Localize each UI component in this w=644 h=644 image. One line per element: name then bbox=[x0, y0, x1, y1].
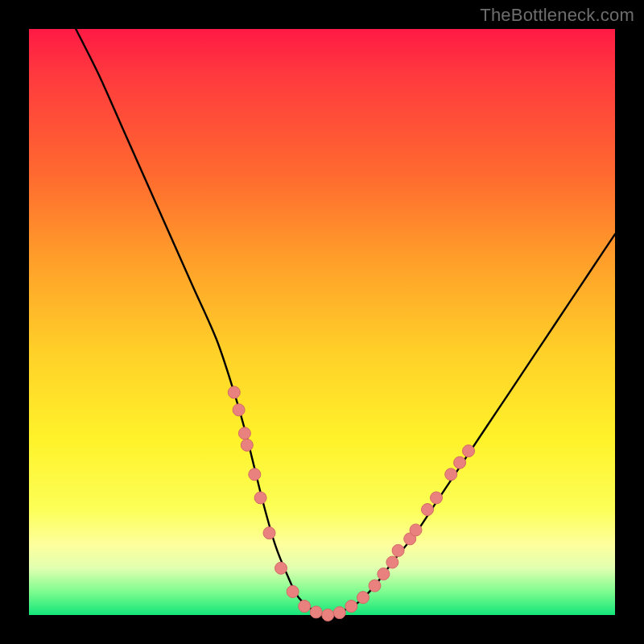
marker-dot bbox=[254, 492, 266, 504]
chart-svg bbox=[29, 29, 615, 615]
marker-dot bbox=[238, 427, 250, 440]
marker-dot bbox=[369, 580, 381, 592]
marker-dot bbox=[249, 469, 261, 481]
watermark-text: TheBottleneck.com bbox=[480, 5, 634, 26]
plot-area bbox=[29, 29, 615, 615]
marker-dot bbox=[454, 456, 466, 469]
marker-dot bbox=[386, 556, 398, 568]
bottleneck-curve bbox=[76, 29, 615, 615]
marker-dot bbox=[431, 492, 443, 504]
marker-dot bbox=[357, 592, 369, 604]
marker-dot bbox=[241, 439, 253, 451]
marker-dot bbox=[410, 524, 422, 536]
marker-dot bbox=[345, 601, 357, 613]
marker-dot bbox=[233, 404, 245, 416]
marker-dot bbox=[422, 504, 434, 516]
chart-frame: TheBottleneck.com bbox=[0, 0, 644, 644]
curve-markers bbox=[228, 386, 474, 621]
marker-dot bbox=[263, 527, 275, 539]
marker-dot bbox=[445, 469, 457, 481]
marker-dot bbox=[287, 585, 299, 597]
marker-dot bbox=[463, 445, 475, 457]
marker-dot bbox=[275, 562, 287, 574]
marker-dot bbox=[310, 606, 322, 618]
marker-dot bbox=[378, 568, 390, 580]
marker-dot bbox=[299, 601, 311, 613]
marker-dot bbox=[322, 609, 334, 621]
marker-dot bbox=[333, 607, 345, 619]
marker-dot bbox=[392, 544, 404, 556]
marker-dot bbox=[228, 386, 240, 398]
